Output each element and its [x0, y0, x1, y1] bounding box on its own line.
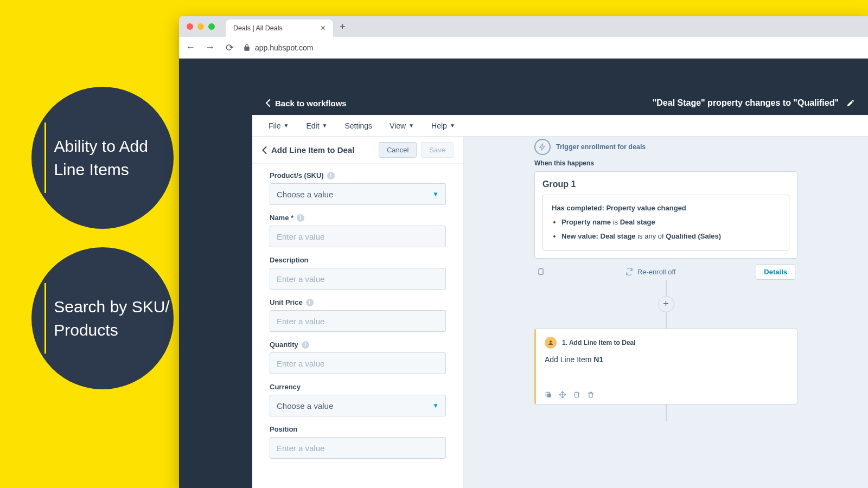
copy-icon[interactable]	[545, 391, 552, 399]
connector-line	[666, 404, 667, 421]
back-link-label: Back to workflows	[275, 99, 347, 108]
clipboard-icon[interactable]	[573, 391, 580, 399]
info-icon[interactable]: i	[306, 299, 314, 306]
select-value: Choose a value	[277, 401, 333, 410]
action-config-panel: Add Line Item to Deal Cancel Save Produc…	[252, 137, 464, 488]
menu-help[interactable]: Help▼	[431, 121, 455, 130]
app-background: Back to workflows "Deal Stage" property …	[179, 59, 868, 488]
chevron-down-icon: ▼	[284, 123, 289, 129]
minimize-window-icon[interactable]	[197, 23, 204, 30]
lightning-icon	[534, 139, 551, 155]
move-icon[interactable]	[559, 391, 566, 399]
close-tab-icon[interactable]: ×	[321, 23, 326, 33]
description-input[interactable]	[270, 268, 446, 290]
unit-price-input[interactable]	[270, 310, 446, 332]
field-quantity: Quantityi	[270, 341, 446, 374]
svg-point-1	[550, 341, 552, 343]
trigger-condition-item: New value: Deal stage is any of Qualifie…	[561, 230, 780, 242]
currency-select[interactable]: Choose a value ▼	[270, 395, 446, 416]
back-to-workflows-link[interactable]: Back to workflows	[265, 99, 347, 108]
details-button[interactable]: Details	[756, 264, 795, 280]
field-name: Name *i	[270, 214, 446, 247]
refresh-icon[interactable]	[626, 268, 633, 275]
select-value: Choose a value	[277, 190, 333, 199]
back-button[interactable]: ←	[184, 42, 196, 54]
workflow-title: "Deal Stage" property changes to "Qualif…	[653, 98, 839, 108]
chevron-down-icon: ▼	[322, 123, 328, 129]
field-unit-price: Unit Pricei	[270, 298, 446, 332]
trigger-condition-box: Has completed: Property value changed Pr…	[542, 195, 789, 251]
chevron-down-icon: ▼	[432, 190, 439, 198]
panel-title-row: Add Line Item to Deal	[262, 145, 354, 155]
trigger-condition-completed: Has completed: Property value changed	[552, 203, 780, 214]
forward-button[interactable]: →	[204, 42, 216, 54]
add-step-button[interactable]: +	[658, 296, 674, 312]
panel-actions: Cancel Save	[379, 142, 454, 158]
pencil-icon[interactable]	[846, 99, 855, 107]
trigger-footer: Re-enroll off Details	[534, 264, 797, 280]
browser-tab[interactable]: Deals | All Deals ×	[226, 20, 333, 37]
reenroll-toggle: Re-enroll off	[626, 268, 676, 276]
browser-address-bar: ← → ⟳ app.hubspot.com	[179, 37, 868, 59]
url-display[interactable]: app.hubspot.com	[243, 43, 313, 52]
workflow-menu-bar: File▼ Edit▼ Settings View▼ Help▼	[252, 115, 868, 137]
info-icon[interactable]: i	[327, 172, 335, 179]
trigger-enrollment-label: Trigger enrollment for deals	[556, 143, 646, 151]
callout-accent-bar	[44, 283, 46, 354]
field-label: Unit Price	[270, 298, 303, 306]
action-toolbar	[545, 391, 788, 399]
position-input[interactable]	[270, 437, 446, 459]
menu-edit[interactable]: Edit▼	[306, 121, 327, 130]
url-text: app.hubspot.com	[255, 43, 313, 52]
field-label: Description	[270, 256, 309, 264]
reload-button[interactable]: ⟳	[224, 42, 235, 54]
svg-rect-0	[539, 269, 543, 275]
info-icon[interactable]: i	[302, 341, 309, 349]
form-body: Product/s (SKU)i Choose a value ▼ Name *…	[252, 164, 463, 488]
field-description: Description	[270, 256, 446, 290]
menu-view[interactable]: View▼	[390, 121, 414, 130]
callout-text: Ability to Add Line Items	[54, 134, 174, 182]
chevron-left-icon[interactable]	[262, 146, 267, 154]
name-input[interactable]	[270, 226, 446, 247]
browser-tab-bar: Deals | All Deals × +	[179, 16, 868, 37]
trigger-card[interactable]: Group 1 Has completed: Property value ch…	[534, 171, 797, 259]
quantity-input[interactable]	[270, 352, 446, 374]
lock-icon	[243, 44, 251, 52]
info-icon[interactable]: i	[297, 214, 304, 222]
workflow-diagram-area[interactable]: Trigger enrollment for deals When this h…	[464, 137, 868, 488]
product-sku-select[interactable]: Choose a value ▼	[270, 183, 446, 205]
action-card[interactable]: 1. Add Line Item to Deal Add Line Item N…	[534, 329, 797, 404]
callout-accent-bar	[44, 123, 46, 193]
panel-title: Add Line Item to Deal	[271, 145, 354, 155]
chevron-down-icon: ▼	[409, 123, 414, 129]
connector-line	[666, 312, 667, 329]
connector-line	[666, 280, 667, 296]
field-label: Currency	[270, 383, 301, 391]
chevron-down-icon: ▼	[450, 123, 455, 129]
svg-rect-4	[575, 392, 579, 397]
field-label: Position	[270, 425, 297, 433]
save-button[interactable]: Save	[421, 142, 454, 158]
trigger-header: Trigger enrollment for deals	[534, 139, 797, 155]
menu-settings[interactable]: Settings	[345, 121, 373, 130]
field-label: Name *	[270, 214, 293, 222]
trash-icon[interactable]	[587, 391, 595, 399]
callout-search-sku: Search by SKU/ Products	[31, 247, 174, 389]
tab-title: Deals | All Deals	[233, 24, 283, 32]
callout-text: Search by SKU/ Products	[54, 295, 174, 342]
cancel-button[interactable]: Cancel	[379, 142, 417, 158]
new-tab-button[interactable]: +	[340, 21, 346, 33]
workflow-title-container: "Deal Stage" property changes to "Qualif…	[653, 98, 855, 108]
clipboard-icon[interactable]	[537, 267, 545, 276]
trigger-condition-list: Property name is Deal stage New value: D…	[552, 216, 780, 242]
panel-header: Add Line Item to Deal Cancel Save	[252, 137, 463, 164]
chevron-left-icon	[265, 99, 271, 107]
workflow-canvas: Add Line Item to Deal Cancel Save Produc…	[252, 137, 868, 488]
maximize-window-icon[interactable]	[208, 23, 215, 30]
trigger-condition-item: Property name is Deal stage	[561, 216, 780, 228]
action-title: 1. Add Line Item to Deal	[562, 339, 636, 346]
window-controls	[187, 23, 215, 30]
menu-file[interactable]: File▼	[269, 121, 289, 130]
close-window-icon[interactable]	[187, 23, 193, 30]
